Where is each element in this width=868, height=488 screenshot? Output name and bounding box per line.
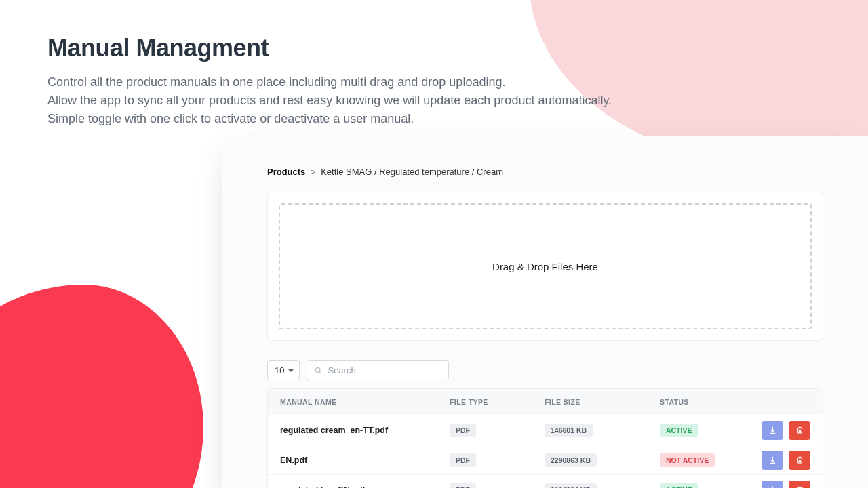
status-badge[interactable]: ACTIVE xyxy=(660,424,698,437)
download-button[interactable] xyxy=(762,421,783,440)
svg-line-1 xyxy=(320,371,321,373)
page-size-select[interactable]: 10 xyxy=(267,360,300,380)
page-title: Manual Managment xyxy=(47,34,612,62)
delete-button[interactable] xyxy=(789,421,810,440)
chevron-right-icon: > xyxy=(311,167,316,177)
row-actions xyxy=(762,481,810,489)
download-button[interactable] xyxy=(762,481,783,489)
col-name: MANUAL NAME xyxy=(280,398,450,406)
download-icon xyxy=(768,426,777,434)
download-button[interactable] xyxy=(762,451,783,470)
delete-button[interactable] xyxy=(789,481,810,489)
trash-icon xyxy=(795,455,804,464)
page-subtitle: Control all the product manuals in one p… xyxy=(47,73,612,128)
download-icon xyxy=(768,455,777,464)
row-actions xyxy=(762,451,810,470)
search-icon xyxy=(314,366,322,375)
search-input[interactable] xyxy=(328,365,441,375)
upload-card: Drag & Drop Files Here xyxy=(267,192,823,341)
app-panel: Products > Kettle SMAG / Regulated tempe… xyxy=(222,136,868,488)
svg-point-0 xyxy=(315,367,320,372)
row-actions xyxy=(762,421,810,440)
download-icon xyxy=(768,485,777,488)
search-field[interactable] xyxy=(307,360,449,380)
col-type: FILE TYPE xyxy=(450,398,545,406)
trash-icon xyxy=(795,485,804,488)
manual-name: EN.pdf xyxy=(280,455,450,465)
file-dropzone[interactable]: Drag & Drop Files Here xyxy=(279,203,812,329)
file-type-badge: PDF xyxy=(450,424,476,437)
table-row: EN.pdfPDF2290863 KBNOT ACTIVE xyxy=(268,445,823,474)
breadcrumb-current: Kettle SMAG / Regulated temperature / Cr… xyxy=(321,167,503,177)
table-header: MANUAL NAME FILE TYPE FILE SIZE STATUS xyxy=(268,389,823,415)
headline: Manual Managment Control all the product… xyxy=(47,34,612,128)
delete-button[interactable] xyxy=(789,451,810,470)
status-badge[interactable]: ACTIVE xyxy=(660,483,698,489)
manual-name: regulated cream_en-TT.pdf xyxy=(280,426,450,435)
file-type-badge: PDF xyxy=(450,483,476,489)
file-size-badge: 146601 KB xyxy=(545,424,593,437)
trash-icon xyxy=(795,426,804,434)
table-toolbar: 10 xyxy=(267,360,823,380)
status-badge[interactable]: NOT ACTIVE xyxy=(660,453,715,467)
file-type-badge: PDF xyxy=(450,453,476,467)
table-row: regulated tem EN.pdfPDF2134834 KBACTIVE xyxy=(268,474,823,488)
col-size: FILE SIZE xyxy=(545,398,660,406)
file-size-badge: 2290863 KB xyxy=(545,453,597,467)
manuals-table: MANUAL NAME FILE TYPE FILE SIZE STATUS r… xyxy=(267,388,823,488)
breadcrumb: Products > Kettle SMAG / Regulated tempe… xyxy=(222,167,868,177)
decorative-blob-bottom xyxy=(0,285,203,488)
dropzone-label: Drag & Drop Files Here xyxy=(492,261,598,272)
table-row: regulated cream_en-TT.pdfPDF146601 KBACT… xyxy=(268,415,823,445)
file-size-badge: 2134834 KB xyxy=(545,483,597,489)
col-status: STATUS xyxy=(660,398,762,406)
manual-name: regulated tem EN.pdf xyxy=(280,485,450,489)
breadcrumb-root[interactable]: Products xyxy=(267,167,305,177)
